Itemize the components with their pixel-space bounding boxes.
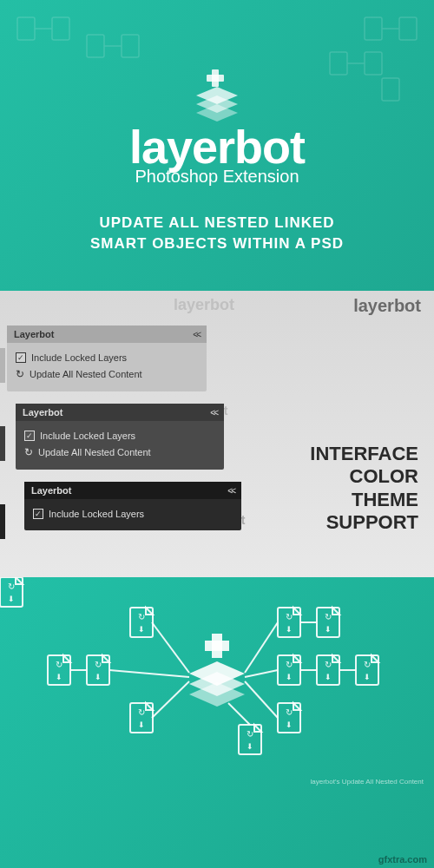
collapse-icon[interactable]: << bbox=[193, 330, 200, 339]
include-locked-row[interactable]: ✓ Include Locked Layers bbox=[16, 350, 198, 365]
nested-files-diagram: ↻⬇ bbox=[0, 577, 434, 768]
update-button[interactable]: ↻ Update All Nested Content bbox=[24, 444, 215, 461]
layerbot-tab-icon: ≣ bbox=[0, 516, 1, 528]
checkbox-icon[interactable]: ✓ bbox=[16, 352, 26, 363]
update-button-label: Update All Nested Content bbox=[38, 447, 151, 457]
panel-header[interactable]: Layerbot << bbox=[24, 482, 241, 499]
layerbot-tab-icon: ≣ bbox=[0, 359, 1, 372]
panel-mid-theme: ✕ ≣ Layerbot << ✓ Include Locked Layers … bbox=[7, 404, 243, 470]
svg-rect-14 bbox=[207, 75, 224, 82]
hero-tagline: UPDATE ALL NESTED LINKED SMART OBJECTS W… bbox=[0, 213, 434, 254]
panel-light-theme: ✕ ≣ Layerbot << ✓ Include Locked Layers … bbox=[7, 326, 243, 391]
panel-dock-tab[interactable]: ✕ ≣ bbox=[0, 426, 5, 461]
checkbox-icon[interactable]: ✓ bbox=[33, 509, 43, 519]
refresh-icon: ↻ bbox=[24, 446, 33, 458]
svg-line-29 bbox=[152, 681, 189, 718]
checkbox-label: Include Locked Layers bbox=[49, 509, 144, 519]
tagline-line-2: SMART OBJECTS WITHIN A PSD bbox=[90, 235, 344, 252]
svg-line-36 bbox=[228, 703, 250, 725]
include-locked-row[interactable]: ✓ Include Locked Layers bbox=[24, 428, 215, 444]
checkbox-icon[interactable]: ✓ bbox=[24, 431, 35, 441]
diagram-section: ↻⬇ layerbot's Update bbox=[0, 577, 434, 868]
svg-text:⬇: ⬇ bbox=[8, 595, 15, 603]
panel-dock-tab[interactable]: ✕ ≣ bbox=[0, 348, 5, 383]
panel-title: Layerbot bbox=[31, 485, 71, 496]
brand-subtitle: Photoshop Extension bbox=[0, 167, 434, 187]
checkbox-label: Include Locked Layers bbox=[40, 431, 135, 441]
collapse-icon[interactable]: << bbox=[227, 486, 234, 496]
layerbot-tab-icon: ≣ bbox=[0, 437, 1, 450]
panel-header[interactable]: Layerbot << bbox=[7, 326, 207, 343]
diagram-caption: layerbot's Update All Nested Content bbox=[311, 778, 424, 786]
svg-line-30 bbox=[245, 622, 278, 673]
update-button[interactable]: ↻ Update All Nested Content bbox=[16, 365, 198, 383]
svg-line-26 bbox=[152, 622, 189, 673]
themes-section: layerbot layerbot ✕ ≣ Layerbot << ✓ Incl… bbox=[0, 291, 434, 577]
svg-line-27 bbox=[109, 670, 189, 677]
refresh-icon: ↻ bbox=[16, 368, 24, 380]
panel-dark-theme: ✕ ≣ Layerbot << ✓ Include Locked Layers bbox=[7, 482, 243, 530]
brand-name: layerbot bbox=[0, 120, 434, 174]
watermark-light: layerbot bbox=[174, 296, 234, 314]
feature-callout: INTERFACE COLOR THEME SUPPORT bbox=[310, 443, 418, 535]
panel-dock-tab[interactable]: ✕ ≣ bbox=[0, 504, 5, 539]
panel-title: Layerbot bbox=[14, 329, 54, 339]
svg-rect-19 bbox=[205, 641, 229, 651]
svg-text:↻: ↻ bbox=[8, 582, 15, 591]
tagline-line-1: UPDATE ALL NESTED LINKED bbox=[99, 214, 334, 231]
watermark-dark: layerbot bbox=[353, 296, 421, 316]
checkbox-label: Include Locked Layers bbox=[31, 352, 127, 363]
hero-section: layerbot Photoshop Extension UPDATE ALL … bbox=[0, 0, 434, 291]
svg-line-35 bbox=[245, 681, 278, 718]
collapse-icon[interactable]: << bbox=[210, 408, 217, 418]
source-watermark: gfxtra.com bbox=[378, 854, 427, 865]
logo-icon bbox=[189, 69, 245, 125]
update-button-label: Update All Nested Content bbox=[30, 369, 142, 379]
svg-line-32 bbox=[245, 670, 278, 677]
panel-title: Layerbot bbox=[23, 407, 62, 418]
panel-header[interactable]: Layerbot << bbox=[16, 404, 224, 421]
include-locked-row[interactable]: ✓ Include Locked Layers bbox=[33, 506, 233, 522]
